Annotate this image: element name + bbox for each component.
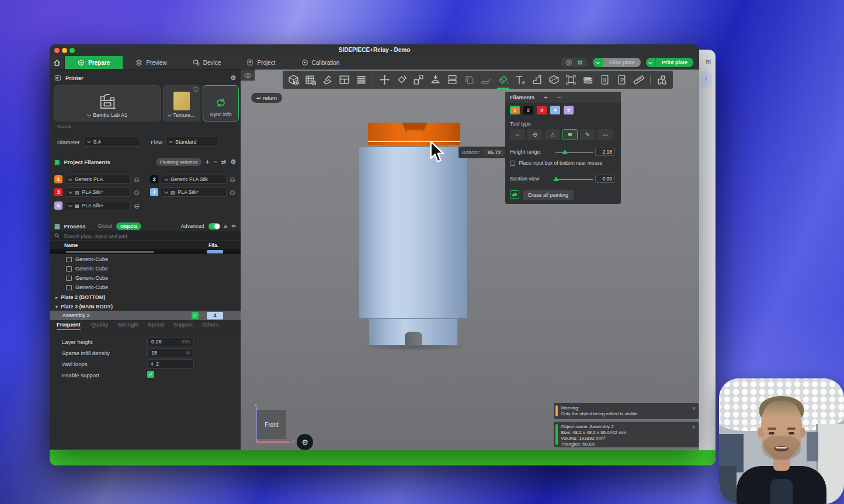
bottom-value[interactable]: 85.72	[484, 149, 505, 156]
sync-info-card[interactable]: Sync info	[203, 85, 239, 121]
visibility-toggle[interactable]	[241, 69, 255, 81]
tab-frequent[interactable]: Frequent	[57, 321, 81, 330]
model-bottom[interactable]	[369, 318, 457, 345]
slice-plate-dropdown[interactable]	[593, 58, 603, 67]
move-icon[interactable]	[377, 72, 393, 88]
mirror-icon[interactable]	[478, 72, 494, 88]
tab-strength[interactable]: Strength	[117, 321, 138, 328]
auto-orient-icon[interactable]	[319, 72, 335, 88]
tool-smart-fill-button[interactable]: ✎	[580, 129, 595, 140]
wall-loops-stepper[interactable]: ▴▾ 2	[147, 359, 194, 369]
tab-quality[interactable]: Quality	[91, 321, 109, 328]
model-cap-painted[interactable]	[368, 123, 460, 145]
add-filament-button[interactable]: +	[206, 158, 209, 165]
tool-triangle-button[interactable]: △	[545, 129, 560, 140]
viewport-3d[interactable]: a 0 P ↩ return	[241, 69, 699, 450]
add-plate-icon[interactable]	[303, 72, 318, 88]
slice-plate-split-button[interactable]: Slice plate	[593, 58, 641, 67]
filament-1-select[interactable]: Generic PLA	[65, 175, 131, 184]
clone-icon[interactable]	[461, 72, 477, 88]
advanced-toggle[interactable]	[209, 223, 220, 230]
tool-gap-fill-button[interactable]: ▭	[598, 129, 613, 140]
slice-plate-button[interactable]: Slice plate	[603, 58, 641, 67]
add-filament-button[interactable]: +	[544, 93, 548, 102]
doc-zero-icon[interactable]: 0	[597, 72, 613, 88]
infill-density-input[interactable]: 15%	[147, 348, 194, 357]
filament-swap-icon[interactable]: ⇄	[221, 159, 226, 165]
visibility-check-icon[interactable]: ✓	[192, 312, 199, 319]
tree-row-plate2[interactable]: ▸Plate 2 (BOTTOM)	[50, 293, 241, 302]
filament-3-remove-icon[interactable]: ⊖	[134, 189, 140, 196]
search-input[interactable]	[62, 232, 209, 239]
assembly-icon[interactable]	[654, 72, 670, 88]
height-range-value[interactable]: 2.18	[595, 148, 615, 156]
paint-filament-1[interactable]: 1	[510, 106, 520, 114]
close-icon[interactable]: ×	[692, 405, 696, 413]
return-button[interactable]: ↩ return	[251, 93, 282, 103]
remove-filament-button[interactable]: −	[213, 158, 217, 165]
tree-row-plate3[interactable]: ▾Plate 3 (MAIN BODY)	[50, 302, 241, 311]
printer-settings-gear-icon[interactable]: ⚙	[230, 74, 236, 82]
search-bar[interactable]	[50, 231, 241, 240]
tab-calibration[interactable]: Calibration	[289, 56, 353, 69]
cut-icon[interactable]	[546, 72, 562, 88]
tree-row-clipped[interactable]	[50, 249, 241, 254]
tree-row-cube-3[interactable]: Generic-Cube	[50, 273, 241, 283]
variable-layer-icon[interactable]	[580, 72, 596, 88]
paint-icon[interactable]	[495, 72, 511, 88]
home-button[interactable]	[50, 56, 65, 69]
stepper-arrows-icon[interactable]: ▴▾	[151, 362, 153, 366]
section-view-slider[interactable]	[555, 179, 593, 180]
paint-filament-4[interactable]: 4	[550, 106, 560, 114]
section-view-slider-handle[interactable]	[553, 176, 559, 181]
diameter-dropdown[interactable]: 0.4	[84, 137, 140, 147]
print-plate-dropdown[interactable]	[646, 58, 656, 67]
stats-icon[interactable]	[576, 59, 583, 66]
enable-support-checkbox[interactable]: ✓	[147, 371, 154, 378]
filament-5-remove-icon[interactable]: ⊖	[134, 203, 140, 210]
filament-4-select[interactable]: ▤PLA Silk+	[161, 187, 227, 197]
kebab-menu-icon[interactable]: ⋮	[700, 71, 712, 88]
tab-project[interactable]: Project	[234, 56, 288, 69]
step-icon[interactable]	[529, 72, 545, 88]
filament-2-remove-icon[interactable]: ⊖	[230, 176, 235, 183]
arrange-icon[interactable]	[336, 72, 352, 88]
flushing-volumes-button[interactable]: Flushing volumes	[156, 158, 202, 166]
tool-sphere-button[interactable]: ⊖	[527, 129, 543, 140]
close-icon[interactable]: ×	[692, 423, 696, 432]
filament-5-select[interactable]: ▤PLA Silk+	[65, 201, 131, 210]
scale-icon[interactable]	[411, 72, 426, 88]
layer-height-input[interactable]: 0.28mm	[147, 337, 194, 346]
filament-5-badge[interactable]: 5	[54, 201, 62, 210]
tab-prepare[interactable]: Prepare	[65, 56, 123, 69]
paint-filament-2[interactable]: 2	[523, 106, 533, 114]
height-range-slider[interactable]	[555, 152, 593, 153]
tool-height-range-button[interactable]: ≋	[562, 129, 578, 140]
measure-icon[interactable]	[631, 72, 647, 88]
plate-card[interactable]: ⓘ Texture...	[163, 85, 200, 121]
fill-plate-icon[interactable]	[353, 72, 369, 88]
flow-dropdown[interactable]: Standard	[165, 137, 219, 147]
filament-3-badge[interactable]: 3	[54, 188, 62, 196]
record-icon[interactable]	[565, 59, 572, 66]
lay-flat-icon[interactable]	[428, 72, 443, 88]
tree-row-cube-2[interactable]: Generic-Cube	[50, 264, 241, 273]
nav-cube-front[interactable]: Front	[257, 410, 286, 439]
height-range-slider-handle[interactable]	[562, 150, 568, 154]
tree-row-assembly[interactable]: Assembly 2 ✓ 4	[50, 311, 241, 320]
print-plate-split-button[interactable]: Print plate	[646, 58, 693, 67]
rotate-icon[interactable]	[394, 72, 409, 88]
print-plate-button[interactable]: Print plate	[656, 58, 693, 67]
view-settings-button[interactable]: ⚙	[297, 434, 313, 450]
text-icon[interactable]: a	[512, 72, 528, 88]
filament-2-badge[interactable]: 2	[150, 175, 158, 183]
paint-filament-5[interactable]: 5	[564, 106, 574, 114]
tree-row-cube-1[interactable]: Generic-Cube	[50, 255, 241, 264]
filament-3-select[interactable]: ▤PLA Silk+	[65, 187, 131, 197]
process-global-toggle[interactable]: Global	[98, 223, 112, 229]
list-view-icon[interactable]: ≡	[224, 223, 228, 230]
tab-support[interactable]: Support	[173, 321, 193, 328]
filament-4-badge[interactable]: 4	[150, 188, 158, 196]
paint-filament-3[interactable]: 3	[537, 106, 547, 114]
plate-info-icon[interactable]: ⓘ	[193, 86, 198, 93]
